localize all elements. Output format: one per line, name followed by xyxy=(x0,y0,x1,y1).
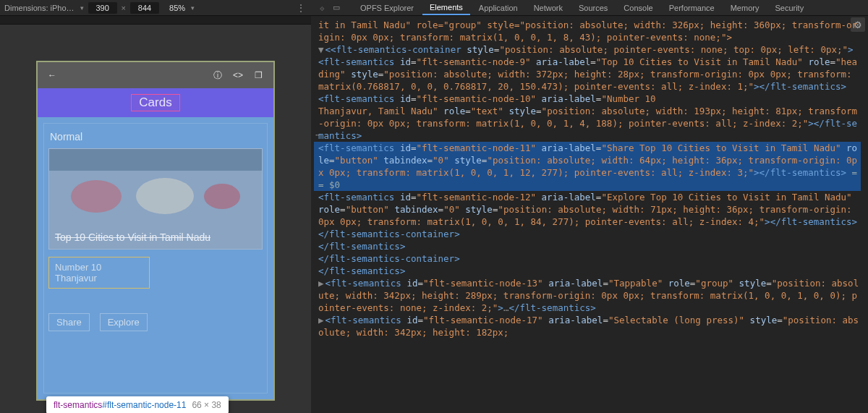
chevron-down-icon[interactable]: ▾ xyxy=(80,4,84,12)
card-subtitle-box: Number 10 Thanjavur xyxy=(48,257,150,289)
devtools-panel: ⟐ ▭ OPFS Explorer Elements Application N… xyxy=(311,0,868,413)
card-image-title: Top 10 Cities to Visit in Tamil Nadu xyxy=(55,231,256,243)
dom-line[interactable]: </flt-semantics-container> xyxy=(314,228,861,240)
section-label: Normal xyxy=(50,131,263,142)
tab-sources[interactable]: Sources xyxy=(571,1,615,14)
device-preview-panel: Dimensions: iPho… ▾ 390 × 844 85% ▾ ⋮ ← … xyxy=(0,0,311,413)
info-icon[interactable]: ⓘ xyxy=(210,67,226,83)
tab-elements[interactable]: Elements xyxy=(422,1,470,15)
height-input[interactable]: 844 xyxy=(130,2,159,14)
share-button[interactable]: Share xyxy=(48,313,90,331)
zoom-level[interactable]: 85% xyxy=(169,4,185,12)
dom-line[interactable]: <flt-semantics id="flt-semantic-node-12"… xyxy=(314,191,861,228)
dom-line[interactable]: </flt-semantics> xyxy=(314,265,861,277)
tab-console[interactable]: Console xyxy=(616,1,660,14)
phone-frame: ← ⓘ <> ❐ Cards Normal xyxy=(36,61,275,401)
tooltip-dim: 66 × 38 xyxy=(192,400,221,410)
tooltip-id: #flt-semantic-node-11 xyxy=(102,400,186,410)
inspector-tooltip: flt-semantics#flt-semantic-node-1166 × 3… xyxy=(46,396,229,413)
app-statusbar: ← ⓘ <> ❐ xyxy=(38,62,273,88)
dom-line[interactable]: <flt-semantics id="flt-semantic-node-10"… xyxy=(314,93,861,142)
width-input[interactable]: 390 xyxy=(88,2,117,14)
device-toolbar: Dimensions: iPho… ▾ 390 × 844 85% ▾ ⋮ xyxy=(0,0,311,16)
x-separator: × xyxy=(122,4,126,12)
dom-line[interactable]: </flt-semantics> xyxy=(314,240,861,252)
card-line-2: Thanjavur xyxy=(55,273,143,284)
chevron-down-icon[interactable]: ▾ xyxy=(191,4,195,12)
device-icon[interactable]: ▭ xyxy=(330,1,343,14)
dom-line-selected[interactable]: <flt-semantics id="flt-semantic-node-11"… xyxy=(314,142,861,191)
more-options-icon[interactable]: ⋮ xyxy=(296,2,307,14)
dom-line[interactable]: ▶<flt-semantics id="flt-semantic-node-17… xyxy=(314,314,861,339)
tab-network[interactable]: Network xyxy=(527,1,570,14)
phone-body: Normal Top 10 Cities to Visit in Tamil N… xyxy=(38,117,273,399)
tab-opfs[interactable]: OPFS Explorer xyxy=(353,1,421,14)
gutter-dots-icon[interactable]: ⋯ xyxy=(315,129,320,141)
dom-line[interactable]: ▼<<flt-semantics-container style="positi… xyxy=(314,43,861,56)
inspect-icon[interactable]: ⟐ xyxy=(315,1,328,14)
back-arrow-icon[interactable]: ← xyxy=(45,68,59,82)
devtools-tabbar: ⟐ ▭ OPFS Explorer Elements Application N… xyxy=(311,0,868,16)
ruler xyxy=(0,16,311,25)
cards-appbar: Cards xyxy=(38,88,273,117)
explore-button[interactable]: Explore xyxy=(100,313,148,331)
code-icon[interactable]: <> xyxy=(230,67,246,83)
card-line-1: Number 10 xyxy=(55,262,143,273)
tab-application[interactable]: Application xyxy=(472,1,525,14)
dom-line[interactable]: ▶<flt-semantics id="flt-semantic-node-13… xyxy=(314,277,861,314)
dom-line[interactable]: </flt-semantics-container> xyxy=(314,252,861,265)
docs-icon[interactable]: ❐ xyxy=(250,67,266,83)
preview-canvas: ← ⓘ <> ❐ Cards Normal xyxy=(0,25,311,413)
tab-security[interactable]: Security xyxy=(767,1,811,14)
tooltip-tag: flt-semantics xyxy=(54,400,102,410)
page-title: Cards xyxy=(131,94,179,111)
dom-line[interactable]: <flt-semantics id="flt-semantic-node-9" … xyxy=(314,56,861,93)
dimensions-label[interactable]: Dimensions: iPho… xyxy=(4,4,75,12)
tab-performance[interactable]: Performance xyxy=(662,1,722,14)
tab-memory[interactable]: Memory xyxy=(723,1,767,14)
dom-line[interactable]: it in Tamil Nadu" role="group" style="po… xyxy=(314,19,861,43)
dom-tree[interactable]: ⋯ it in Tamil Nadu" role="group" style="… xyxy=(311,16,868,413)
card-image[interactable]: Top 10 Cities to Visit in Tamil Nadu xyxy=(48,148,263,250)
